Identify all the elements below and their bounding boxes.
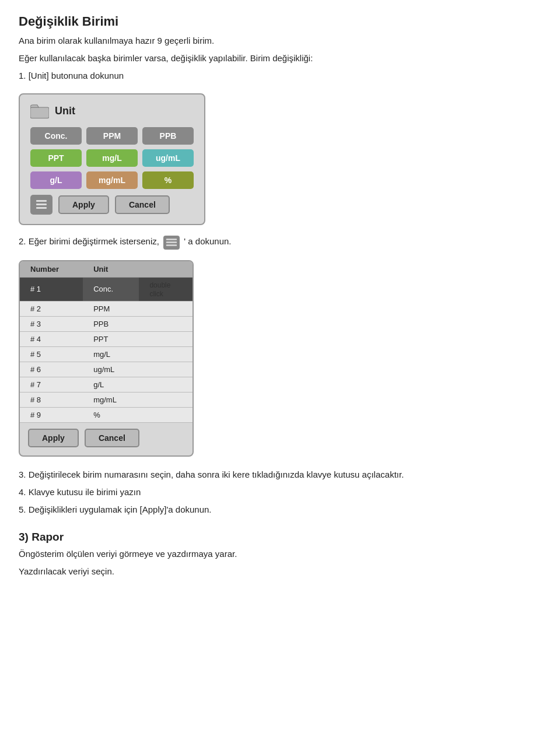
unit-btn-g-l[interactable]: g/L: [30, 171, 82, 189]
row-unit: %: [83, 407, 139, 422]
section3-title: 3) Rapor: [19, 531, 541, 544]
row-unit: PPT: [83, 331, 139, 346]
svg-rect-0: [30, 107, 49, 118]
row-unit: mg/mL: [83, 392, 139, 407]
table-cancel-button[interactable]: Cancel: [85, 429, 139, 447]
step3-text: 3. Değiştirilecek birim numarasını seçin…: [19, 468, 541, 482]
unit-table-dialog: Number Unit # 1Conc.double click# 2PPM# …: [19, 260, 194, 457]
table-row[interactable]: # 1Conc.double click: [20, 277, 192, 301]
row-action: [139, 392, 192, 407]
unit-btn-mg-l[interactable]: mg/L: [86, 149, 138, 167]
svg-rect-4: [166, 239, 177, 240]
table-row[interactable]: # 9%: [20, 407, 192, 422]
unit-btn-ug-ml[interactable]: ug/mL: [142, 149, 194, 167]
svg-rect-1: [36, 200, 47, 202]
table-apply-button[interactable]: Apply: [28, 429, 79, 447]
row-action: [139, 316, 192, 331]
row-number: # 2: [20, 301, 83, 316]
section3-line1: Öngösterim ölçülen veriyi görmeye ve yaz…: [19, 547, 541, 561]
unit-btn-conc.[interactable]: Conc.: [30, 127, 82, 145]
list-icon-button[interactable]: [30, 195, 52, 215]
unit-buttons-grid: Conc.PPMPPBPPTmg/Lug/mLg/Lmg/mL%: [30, 127, 194, 189]
unit-btn-ppt[interactable]: PPT: [30, 149, 82, 167]
row-unit: mg/L: [83, 346, 139, 362]
step4-text: 4. Klavye kutusu ile birimi yazın: [19, 485, 541, 499]
unit-btn-ppb[interactable]: PPB: [142, 127, 194, 145]
section3-line2: Yazdırılacak veriyi seçin.: [19, 565, 541, 579]
row-unit: Conc.: [83, 277, 139, 301]
table-row[interactable]: # 7g/L: [20, 377, 192, 392]
unit-dialog-title: Unit: [55, 105, 75, 117]
row-action: [139, 346, 192, 362]
svg-rect-3: [36, 207, 47, 209]
row-number: # 7: [20, 377, 83, 392]
inline-list-icon: [163, 235, 180, 250]
table-row[interactable]: # 4PPT: [20, 331, 192, 346]
double-click-label: double click: [149, 281, 170, 298]
col-number-header: Number: [20, 261, 83, 278]
intro-line2: Eğer kullanılacak başka birimler varsa, …: [19, 51, 541, 65]
row-number: # 9: [20, 407, 83, 422]
row-action: [139, 331, 192, 346]
table-row[interactable]: # 2PPM: [20, 301, 192, 316]
svg-rect-2: [36, 204, 47, 205]
row-unit: ug/mL: [83, 362, 139, 377]
unit-btn-%[interactable]: %: [142, 171, 194, 189]
step5-text: 5. Değişiklikleri uygulamak için [Apply]…: [19, 503, 541, 517]
unit-dialog-apply-button[interactable]: Apply: [58, 195, 109, 214]
row-number: # 5: [20, 346, 83, 362]
unit-btn-mg-ml[interactable]: mg/mL: [86, 171, 138, 189]
svg-rect-5: [166, 241, 177, 243]
svg-rect-6: [166, 244, 177, 246]
row-unit: g/L: [83, 377, 139, 392]
unit-btn-ppm[interactable]: PPM: [86, 127, 138, 145]
row-number: # 3: [20, 316, 83, 331]
row-action: [139, 301, 192, 316]
unit-dialog-cancel-button[interactable]: Cancel: [115, 195, 170, 214]
step1-text: 1. [Unit] butonuna dokunun: [19, 69, 541, 83]
row-number: # 8: [20, 392, 83, 407]
unit-dialog: Unit Conc.PPMPPBPPTmg/Lug/mLg/Lmg/mL% Ap…: [19, 93, 205, 225]
row-action: double click: [139, 277, 192, 301]
row-number: # 1: [20, 277, 83, 301]
page-title: Değişiklik Birimi: [19, 14, 541, 29]
row-action: [139, 362, 192, 377]
row-action: [139, 407, 192, 422]
row-action: [139, 377, 192, 392]
unit-action-row: Apply Cancel: [30, 195, 194, 215]
table-row[interactable]: # 6ug/mL: [20, 362, 192, 377]
col-unit-header: Unit: [83, 261, 139, 278]
step2-text: 2. Eğer birimi değiştirmek isterseniz, '…: [19, 234, 541, 250]
unit-table: Number Unit # 1Conc.double click# 2PPM# …: [20, 261, 192, 423]
list-icon: [35, 199, 48, 211]
row-number: # 6: [20, 362, 83, 377]
col-action-header: [139, 261, 192, 278]
table-row[interactable]: # 8mg/mL: [20, 392, 192, 407]
table-row[interactable]: # 5mg/L: [20, 346, 192, 362]
intro-line1: Ana birim olarak kullanılmaya hazır 9 ge…: [19, 34, 541, 48]
folder-icon: [30, 103, 49, 119]
table-action-row: Apply Cancel: [20, 423, 192, 447]
row-unit: PPM: [83, 301, 139, 316]
row-unit: PPB: [83, 316, 139, 331]
row-number: # 4: [20, 331, 83, 346]
table-row[interactable]: # 3PPB: [20, 316, 192, 331]
